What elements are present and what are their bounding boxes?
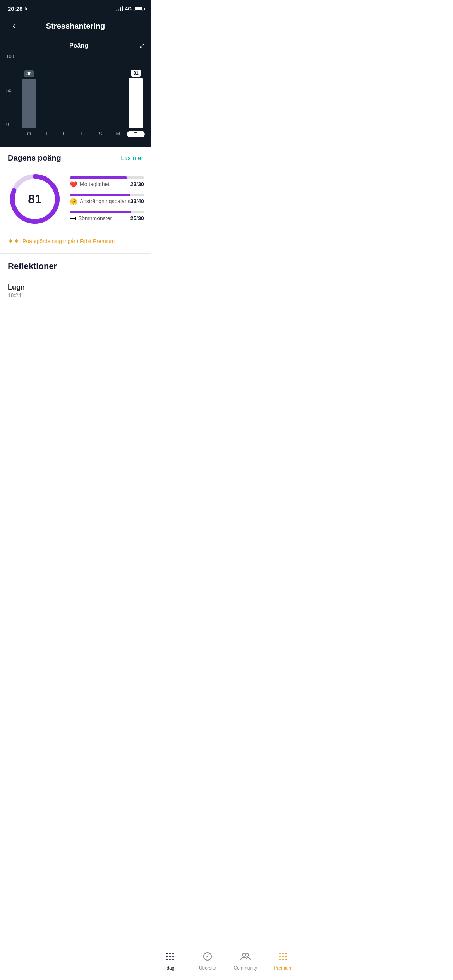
premium-dots-icon: ✦✦	[8, 237, 19, 245]
bar-O: 80	[20, 66, 38, 128]
bar-M	[109, 66, 127, 128]
metric-score-0: 23/30	[130, 181, 144, 187]
chart-container: 100 50 0 80	[6, 54, 145, 139]
metric-icon-1: 🤗	[70, 198, 77, 205]
main-content: Dagens poäng Läs mer 81 ❤️	[0, 147, 151, 340]
premium-link-text[interactable]: Poängfördelning ingår i Fitbit Premium	[22, 238, 115, 244]
metric-name-0: Mottaglighet	[80, 181, 109, 187]
chart-inner: 80	[20, 54, 145, 139]
reflection-time: 18:24	[8, 292, 143, 298]
metric-label-row-0: ❤️ Mottaglighet	[70, 181, 109, 188]
metric-label-row-1: 🤗 Ansträngningsbalans	[70, 198, 130, 205]
grid-line-100	[20, 54, 145, 54]
dagens-poang-title: Dagens poäng	[8, 154, 61, 163]
metric-info-0: ❤️ Mottaglighet 23/30	[70, 181, 144, 188]
bar-T1	[38, 66, 56, 128]
metric-name-1: Ansträngningsbalans	[80, 198, 130, 204]
y-label-0: 0	[6, 122, 14, 127]
status-icons: 4G	[116, 6, 143, 12]
metric-icon-0: ❤️	[70, 181, 77, 188]
metric-score-2: 25/30	[130, 215, 144, 221]
bar-L	[74, 66, 91, 128]
metric-info-2: 🛏 Sömnmönster 25/30	[70, 215, 144, 222]
metric-bar-track-1	[70, 194, 144, 196]
metric-label-row-2: 🛏 Sömnmönster	[70, 215, 112, 222]
x-label-M: M	[109, 131, 127, 137]
metric-somnmonster: 🛏 Sömnmönster 25/30	[70, 211, 144, 222]
expand-icon[interactable]: ⤢	[139, 41, 145, 50]
bar-label-T2: 81	[131, 70, 140, 77]
reflektioner-section: Reflektioner	[0, 254, 151, 277]
metric-mottaglighet: ❤️ Mottaglighet 23/30	[70, 176, 144, 188]
metric-info-1: 🤗 Ansträngningsbalans 33/40	[70, 198, 144, 205]
score-card: 81 ❤️ Mottaglighet 23/30	[0, 168, 151, 234]
chart-section: Poäng ⤢ 100 50 0 80	[0, 38, 151, 147]
bottom-spacer	[0, 302, 151, 340]
donut-score: 81	[28, 192, 42, 206]
premium-link-area: ✦✦ Poängfördelning ingår i Fitbit Premiu…	[0, 234, 151, 253]
reflection-item: Lugn 18:24	[0, 277, 151, 302]
battery-icon	[134, 7, 143, 11]
status-bar: 20:28 ➤ 4G	[0, 0, 151, 16]
x-label-F: F	[56, 131, 74, 137]
x-label-O: O	[20, 131, 38, 137]
chart-header: Poäng ⤢	[6, 41, 145, 50]
back-button[interactable]: ‹	[8, 21, 20, 31]
x-label-L: L	[74, 131, 91, 137]
chart-title: Poäng	[19, 42, 139, 49]
add-button[interactable]: +	[131, 21, 143, 31]
metric-name-2: Sömnmönster	[78, 215, 112, 221]
metric-anstrangning: 🤗 Ansträngningsbalans 33/40	[70, 194, 144, 205]
metric-bar-track-2	[70, 211, 144, 213]
metric-score-1: 33/40	[130, 198, 144, 204]
status-time: 20:28	[8, 5, 22, 12]
y-label-50: 50	[6, 88, 14, 93]
bar-T2: 81	[127, 66, 145, 128]
reflektioner-title: Reflektioner	[8, 261, 57, 271]
metric-icon-2: 🛏	[70, 215, 76, 222]
page-header: ‹ Stresshantering +	[0, 16, 151, 38]
page-title: Stresshantering	[20, 22, 131, 31]
signal-icon	[116, 6, 123, 11]
bar-fill-O	[22, 79, 36, 128]
metric-bar-fill-0	[70, 176, 127, 179]
y-label-100: 100	[6, 54, 14, 59]
x-label-S: S	[91, 131, 109, 137]
chart-y-axis: 100 50 0	[6, 54, 14, 127]
x-label-T2: T	[127, 131, 145, 137]
read-more-button[interactable]: Läs mer	[121, 155, 143, 162]
chart-x-axis: O T F L S M T	[20, 131, 145, 137]
chart-bars: 80	[20, 66, 145, 128]
bar-label-O: 80	[24, 70, 33, 77]
metrics-column: ❤️ Mottaglighet 23/30 🤗 Ansträngningsbal…	[70, 176, 144, 222]
metric-bar-fill-1	[70, 194, 130, 196]
bar-fill-T2	[129, 78, 143, 128]
donut-chart: 81	[8, 172, 62, 226]
metric-bar-fill-2	[70, 211, 131, 213]
bar-F	[56, 66, 74, 128]
dagens-poang-header: Dagens poäng Läs mer	[0, 147, 151, 168]
bar-S	[91, 66, 109, 128]
location-icon: ➤	[24, 6, 28, 12]
reflection-name: Lugn	[8, 283, 143, 291]
metric-bar-track-0	[70, 176, 144, 179]
network-label: 4G	[125, 6, 132, 12]
x-label-T1: T	[38, 131, 56, 137]
status-time-area: 20:28 ➤	[8, 5, 28, 12]
